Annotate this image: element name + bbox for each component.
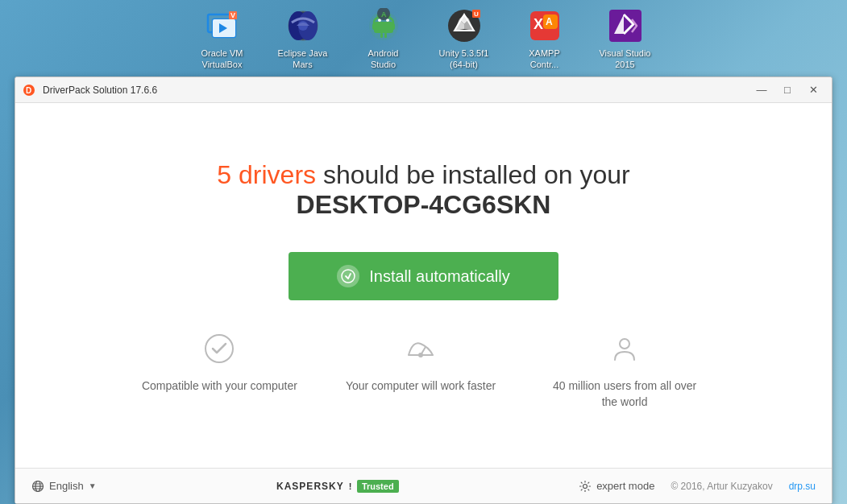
footer-right: expert mode © 2016, Artur Kuzyakov drp.s… (579, 480, 816, 493)
svg-text:V: V (230, 11, 235, 19)
eclipse-icon (284, 6, 322, 45)
maximize-button[interactable]: □ (775, 81, 799, 99)
desktop-icon-eclipse[interactable]: Eclipse JavaMars (275, 6, 331, 69)
svg-text:D: D (26, 86, 31, 95)
virtualbox-label: Oracle VMVirtualBox (201, 48, 243, 69)
svg-point-40 (419, 353, 422, 357)
svg-rect-19 (384, 33, 387, 38)
svg-text:X: X (534, 16, 543, 32)
app-icon: D (22, 83, 36, 97)
svg-point-37 (206, 335, 233, 362)
language-label: English (49, 480, 84, 492)
globe-icon (31, 480, 44, 493)
computer-name: DESKTOP-4CG6SKN (217, 190, 629, 220)
headline: 5 drivers should be installed on your DE… (217, 160, 629, 220)
window-title: DriverPack Solution 17.6.6 (43, 85, 749, 96)
expert-mode-label: expert mode (596, 480, 654, 492)
users-text: 40 million users from all over the world (544, 378, 705, 410)
window-titlebar: D DriverPack Solution 17.6.6 — □ ✕ (15, 77, 832, 103)
application-window: D DriverPack Solution 17.6.6 — □ ✕ 5 dri… (15, 76, 832, 504)
desktop-icon-android-studio[interactable]: A AndroidStudio (355, 6, 412, 69)
svg-rect-16 (372, 23, 376, 30)
copyright-text: © 2016, Artur Kuzyakov (671, 481, 772, 492)
language-chevron: ▼ (89, 481, 97, 490)
svg-point-47 (583, 484, 588, 488)
android-studio-icon: A (364, 6, 403, 45)
compatible-icon (199, 328, 239, 369)
language-selector[interactable]: English ▼ (31, 480, 97, 493)
drp-link[interactable]: drp.su (789, 481, 816, 492)
headline-text: should be installed on your (316, 160, 630, 189)
desktop: V Oracle VMVirtualBox Eclipse JavaMars (0, 0, 847, 76)
users-icon (604, 328, 645, 369)
svg-text:A: A (546, 16, 553, 27)
svg-text:U: U (474, 10, 479, 18)
unity-label: Unity 5.3.5f1(64-bit) (439, 48, 489, 69)
eclipse-label: Eclipse JavaMars (278, 48, 328, 69)
svg-point-36 (342, 270, 355, 283)
window-main-content: 5 drivers should be installed on your DE… (15, 103, 832, 468)
close-button[interactable]: ✕ (801, 81, 825, 99)
gear-icon (579, 480, 592, 493)
install-automatically-button[interactable]: Install automatically (289, 252, 558, 300)
kaspersky-text: KASPERSKY (276, 481, 344, 492)
svg-rect-18 (380, 33, 383, 38)
kaspersky-badge: KASPERSKY ! Trusted (276, 480, 399, 493)
trusted-label: Trusted (357, 480, 399, 493)
expert-mode-button[interactable]: expert mode (579, 480, 654, 493)
feature-compatible: Compatible with your computer (142, 328, 297, 395)
minimize-button[interactable]: — (749, 81, 774, 99)
faster-icon (401, 328, 441, 369)
xampp-icon: X A (525, 6, 564, 45)
driver-count: 5 drivers (217, 160, 316, 189)
svg-point-41 (620, 339, 629, 349)
window-footer: English ▼ KASPERSKY ! Trusted expert mod… (15, 468, 832, 503)
feature-faster: Your computer will work faster (346, 328, 496, 395)
svg-rect-17 (392, 23, 395, 30)
unity-icon: U (445, 6, 484, 45)
virtualbox-icon: V (203, 6, 242, 45)
android-studio-label: AndroidStudio (368, 48, 399, 69)
svg-rect-13 (374, 22, 393, 33)
svg-text:A: A (381, 10, 387, 19)
kaspersky-section: KASPERSKY ! Trusted (97, 480, 579, 493)
xampp-label: XAMPPContr... (529, 48, 560, 69)
visual-studio-label: Visual Studio2015 (599, 48, 650, 69)
feature-users: 40 million users from all over the world (544, 328, 705, 410)
features-section: Compatible with your computer Your compu… (142, 328, 705, 410)
desktop-icon-unity[interactable]: U Unity 5.3.5f1(64-bit) (436, 6, 492, 69)
compatible-text: Compatible with your computer (142, 378, 297, 395)
faster-text: Your computer will work faster (346, 378, 496, 395)
install-icon (337, 265, 359, 287)
visual-studio-icon (606, 6, 645, 45)
desktop-icon-xampp[interactable]: X A XAMPPContr... (517, 6, 573, 69)
desktop-icon-visual-studio[interactable]: Visual Studio2015 (597, 6, 654, 69)
install-button-label: Install automatically (369, 267, 510, 286)
desktop-icon-virtualbox[interactable]: V Oracle VMVirtualBox (194, 6, 251, 69)
window-controls: — □ ✕ (749, 81, 825, 99)
